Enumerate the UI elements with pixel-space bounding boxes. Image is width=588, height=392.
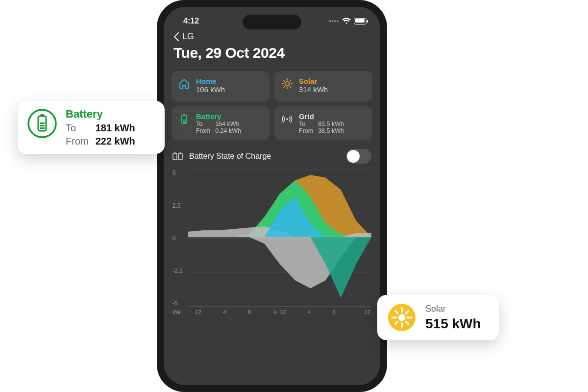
callout-solar-title: Solar: [425, 304, 481, 314]
svg-line-7: [290, 80, 291, 81]
svg-line-27: [276, 311, 277, 311]
cellular-dots-icon: ••••: [329, 18, 339, 24]
soc-label: Battery State of Charge: [189, 152, 340, 161]
callout-solar: Solar 515 kWh: [377, 295, 499, 340]
phone-screen: 4:12 •••• LG Tue, 29 Oct 2024 Home 106 k…: [164, 7, 380, 385]
chevron-left-icon: [173, 32, 179, 41]
svg-point-14: [286, 118, 288, 120]
wifi-icon: [342, 18, 351, 24]
battery-soc-icon: [172, 152, 183, 161]
card-grid-from-value: 38.5 kWh: [318, 127, 344, 134]
chart-x-tick: 4: [308, 309, 311, 315]
svg-point-44: [398, 314, 405, 321]
svg-rect-31: [40, 114, 44, 116]
svg-line-28: [273, 313, 274, 314]
svg-rect-18: [180, 152, 181, 153]
home-icon: [178, 78, 190, 90]
chart-x-tick: 12: [273, 309, 286, 315]
sun-icon: [281, 78, 293, 90]
card-battery-from-value: 0.24 kWh: [215, 127, 241, 134]
chart-y-unit: kW: [172, 309, 188, 315]
chart-y-tick: 5: [172, 170, 187, 176]
svg-point-20: [274, 311, 276, 313]
energy-chart[interactable]: 52.50-2.5-5 kW 1248124812: [172, 170, 371, 317]
chart-y-tick: 2.5: [172, 202, 187, 209]
card-home[interactable]: Home 106 kWh: [172, 71, 270, 101]
svg-rect-33: [40, 125, 45, 126]
callout-battery: Battery To 181 kWh From 222 kWh: [18, 101, 165, 154]
svg-line-8: [284, 86, 285, 87]
card-grid-name: Grid: [299, 112, 344, 121]
svg-rect-11: [183, 120, 186, 121]
svg-rect-13: [183, 122, 186, 123]
callout-battery-from-label: From: [66, 136, 89, 147]
chart-y-tick: -2.5: [172, 268, 187, 274]
chart-x-axis: kW 1248124812: [172, 308, 371, 317]
chart-y-axis: 52.50-2.5-5: [172, 170, 187, 307]
chart-plot-area: [188, 170, 371, 305]
card-home-value: 106 kWh: [196, 85, 225, 94]
card-solar-name: Solar: [299, 77, 328, 85]
chart-y-tick: 0: [172, 235, 187, 242]
back-button[interactable]: LG: [164, 28, 380, 42]
battery-icon: [354, 18, 367, 24]
card-battery-from-label: From: [196, 127, 210, 134]
battery-icon: [178, 113, 190, 125]
callout-battery-to-label: To: [66, 122, 89, 134]
chart-x-tick: 8: [248, 309, 251, 315]
svg-rect-12: [183, 121, 186, 122]
page-title: Tue, 29 Oct 2024: [164, 42, 380, 71]
svg-line-26: [276, 313, 277, 314]
status-time: 4:12: [183, 17, 199, 25]
svg-line-5: [284, 80, 285, 81]
card-battery-to-label: To: [196, 121, 210, 127]
svg-rect-10: [183, 114, 185, 115]
chart-y-tick: -5: [172, 300, 187, 307]
svg-line-6: [290, 86, 291, 87]
card-battery-name: Battery: [196, 112, 241, 121]
svg-rect-17: [178, 153, 182, 160]
chart-x-tick: 12: [357, 309, 370, 315]
svg-rect-34: [40, 127, 45, 129]
card-home-name: Home: [196, 77, 225, 85]
back-label: LG: [182, 31, 194, 42]
callout-battery-to-value: 181 kWh: [96, 122, 135, 134]
sun-circle-icon: [386, 302, 417, 333]
card-solar[interactable]: Solar 314 kWh: [274, 71, 372, 101]
card-grid[interactable]: Grid To 83.5 kWh From 38.5 kWh: [274, 106, 372, 140]
svg-rect-15: [173, 153, 177, 160]
callout-battery-from-value: 222 kWh: [96, 136, 135, 147]
phone-frame: 4:12 •••• LG Tue, 29 Oct 2024 Home 106 k…: [157, 0, 387, 392]
card-solar-value: 314 kWh: [299, 85, 328, 94]
svg-rect-16: [174, 152, 176, 153]
grid-icon: [281, 113, 293, 125]
soc-toggle[interactable]: [346, 149, 371, 164]
card-battery-to-value: 164 kWh: [215, 121, 241, 127]
notch: [243, 15, 301, 29]
battery-circle-icon: [26, 108, 58, 139]
card-grid-from-label: From: [299, 127, 313, 134]
card-grid-to-value: 83.5 kWh: [318, 121, 344, 127]
svg-rect-32: [40, 122, 45, 124]
chart-x-tick: 8: [332, 309, 335, 315]
card-grid-to-label: To: [299, 121, 313, 127]
card-battery[interactable]: Battery To 164 kWh From 0.24 kWh: [172, 106, 270, 140]
callout-solar-value: 515 kWh: [425, 316, 481, 332]
callout-battery-title: Battery: [66, 108, 135, 121]
chart-x-tick: 12: [188, 309, 201, 315]
svg-point-0: [285, 82, 289, 86]
svg-line-25: [273, 311, 274, 311]
chart-x-tick: 4: [223, 309, 226, 315]
